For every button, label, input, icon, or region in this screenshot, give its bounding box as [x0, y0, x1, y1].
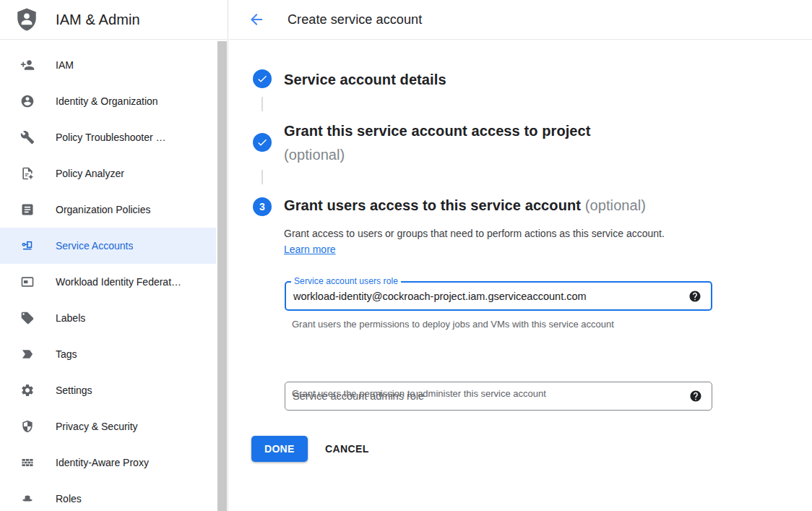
sidebar-item-identity-aware-proxy[interactable]: Identity-Aware Proxy — [0, 445, 216, 481]
help-icon[interactable] — [688, 290, 701, 303]
document-icon — [20, 202, 35, 217]
tag-arrow-icon — [20, 347, 35, 361]
sidebar-item-label: Labels — [56, 312, 85, 324]
service-account-key-icon — [20, 239, 35, 253]
wrench-icon — [20, 130, 35, 145]
person-add-icon — [20, 58, 35, 72]
step2-optional-text: (optional) — [284, 147, 345, 163]
sidebar-item-label: Workload Identity Federat… — [56, 276, 181, 288]
account-circle-icon — [20, 94, 35, 108]
policy-analyzer-icon — [20, 166, 35, 181]
step3-title-text: Grant users access to this service accou… — [284, 197, 581, 213]
help-icon[interactable] — [689, 390, 702, 403]
step3-description: Grant access to users or groups that nee… — [284, 226, 686, 257]
sidebar-item-label: Privacy & Security — [56, 421, 138, 432]
users-role-label: Service account users role — [291, 276, 401, 286]
step2-completed-badge — [253, 133, 272, 152]
page-title: IAM & Admin — [56, 12, 140, 28]
step2-title[interactable]: Grant this service account access to pro… — [284, 119, 591, 167]
sidebar-item-label: Identity & Organization — [56, 95, 158, 107]
service-account-users-role-field: Service account users role — [285, 281, 712, 311]
check-icon — [256, 137, 268, 148]
step-connector — [262, 170, 263, 184]
sidebar-item-organization-policies[interactable]: Organization Policies — [0, 192, 216, 228]
sidebar-item-label: IAM — [56, 59, 74, 71]
step3-description-text: Grant access to users or groups that nee… — [284, 228, 665, 239]
card-icon — [20, 275, 35, 289]
sidebar-item-iam[interactable]: IAM — [0, 47, 216, 83]
sidebar-item-labels[interactable]: Labels — [0, 300, 216, 336]
service-account-users-role-input[interactable] — [286, 291, 711, 302]
brick-wall-icon — [20, 455, 35, 470]
sidebar-item-label: Organization Policies — [56, 204, 151, 215]
label-icon — [20, 311, 35, 325]
create-service-account-form: Service account details Grant this servi… — [229, 40, 812, 511]
sidebar-scrollbar[interactable] — [217, 41, 227, 511]
sidebar-item-tags[interactable]: Tags — [0, 336, 216, 372]
sidebar-nav: IAM Identity & Organization Policy Troub… — [0, 40, 216, 511]
hat-icon — [20, 491, 35, 506]
step-connector — [262, 97, 263, 111]
done-button[interactable]: DONE — [251, 436, 308, 462]
sidebar-item-policy-analyzer[interactable]: Policy Analyzer — [0, 155, 216, 192]
sidebar-item-service-accounts[interactable]: Service Accounts — [0, 228, 216, 264]
iam-shield-icon — [14, 7, 39, 32]
step3-optional-text: (optional) — [585, 197, 646, 213]
iam-admin-console: IAM & Admin IAM Identity & Organization … — [0, 0, 812, 511]
sidebar-item-privacy-security[interactable]: Privacy & Security — [0, 408, 216, 445]
sidebar-header: IAM & Admin — [0, 0, 228, 40]
step3-number: 3 — [259, 201, 265, 212]
sidebar-item-label: Tags — [56, 348, 77, 360]
step2-title-text: Grant this service account access to pro… — [284, 123, 591, 139]
sidebar-item-workload-identity-federation[interactable]: Workload Identity Federat… — [0, 264, 216, 300]
topbar: Create service account — [229, 0, 812, 40]
shield-half-icon — [20, 419, 35, 434]
sidebar: IAM & Admin IAM Identity & Organization … — [0, 0, 228, 511]
step3-title: Grant users access to this service accou… — [284, 197, 646, 214]
sidebar-item-settings[interactable]: Settings — [0, 372, 216, 408]
sidebar-item-label: Roles — [56, 493, 82, 504]
users-role-helper-text: Grant users the permissions to deploy jo… — [292, 319, 614, 330]
sidebar-item-label: Service Accounts — [56, 240, 133, 252]
sidebar-item-policy-troubleshooter[interactable]: Policy Troubleshooter … — [0, 119, 216, 155]
learn-more-link[interactable]: Learn more — [284, 244, 336, 255]
sidebar-item-roles[interactable]: Roles — [0, 481, 216, 511]
sidebar-item-label: Policy Analyzer — [56, 168, 124, 179]
sidebar-item-label: Settings — [56, 385, 92, 396]
topbar-title: Create service account — [288, 12, 422, 27]
step1-completed-badge — [253, 69, 272, 88]
gear-icon — [20, 383, 35, 398]
cancel-button[interactable]: CANCEL — [325, 436, 369, 462]
back-arrow-icon[interactable] — [248, 11, 265, 28]
step3-number-badge: 3 — [253, 197, 272, 216]
step1-title[interactable]: Service account details — [284, 72, 446, 88]
check-icon — [256, 73, 268, 85]
admins-role-helper-text: Grant users the permission to administer… — [292, 388, 546, 399]
sidebar-item-label: Policy Troubleshooter … — [56, 132, 166, 143]
sidebar-item-identity-organization[interactable]: Identity & Organization — [0, 83, 216, 119]
sidebar-item-label: Identity-Aware Proxy — [56, 457, 149, 468]
